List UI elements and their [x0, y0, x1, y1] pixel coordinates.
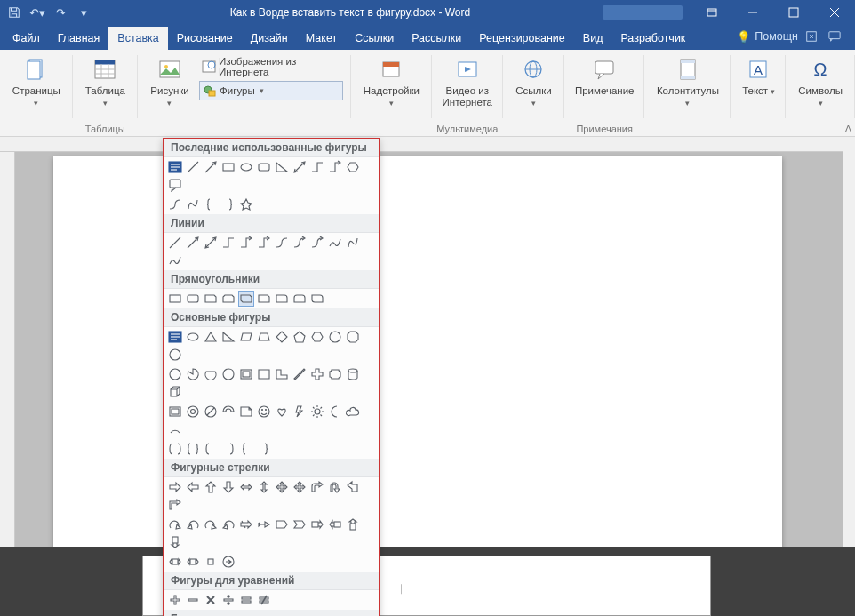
- ribbon-display-icon[interactable]: [691, 0, 732, 25]
- shape-cube[interactable]: [167, 384, 183, 400]
- headerfooter-button[interactable]: Колонтитулы: [650, 52, 725, 111]
- shape-snip1[interactable]: [203, 291, 219, 307]
- shape-dec[interactable]: [167, 347, 183, 363]
- symbols-button[interactable]: Ω Символы: [791, 52, 850, 111]
- shape-ar-call-l[interactable]: [327, 516, 343, 532]
- tab-layout[interactable]: Макет: [297, 27, 346, 50]
- shape-rrect[interactable]: [256, 159, 272, 175]
- shape-dbrace[interactable]: [185, 441, 201, 457]
- shape-curve2[interactable]: [327, 235, 343, 251]
- shape-hept[interactable]: [327, 329, 343, 345]
- shape-rtri[interactable]: [274, 159, 290, 175]
- qat-customize-icon[interactable]: ▾: [75, 4, 92, 21]
- shape-rbrace[interactable]: [220, 196, 236, 212]
- shape-sniprd[interactable]: [256, 291, 272, 307]
- maximize-icon[interactable]: [773, 0, 814, 25]
- shape-eq-eq[interactable]: [238, 592, 254, 608]
- shape-rrect[interactable]: [185, 291, 201, 307]
- shape-elbowAA[interactable]: [256, 235, 272, 251]
- pages-button[interactable]: Страницы: [5, 52, 68, 111]
- shape-ar-curve-r[interactable]: [167, 516, 183, 532]
- shape-ar-up[interactable]: [203, 479, 219, 495]
- shape-curve[interactable]: [167, 196, 183, 212]
- shape-ar-notched[interactable]: [256, 516, 272, 532]
- shape-lbrace[interactable]: [203, 196, 219, 212]
- shape-oval[interactable]: [238, 159, 254, 175]
- tab-view[interactable]: Вид: [574, 27, 612, 50]
- tab-draw[interactable]: Рисование: [168, 27, 242, 50]
- shape-ar-circ[interactable]: [220, 554, 236, 570]
- shape-elbow[interactable]: [220, 235, 236, 251]
- shape-tri[interactable]: [203, 329, 219, 345]
- shape-arc[interactable]: [167, 421, 183, 437]
- shape-dodec[interactable]: [167, 366, 183, 382]
- shape-sun[interactable]: [309, 404, 325, 420]
- shape-tear[interactable]: [220, 366, 236, 382]
- shape-ar-striped[interactable]: [238, 516, 254, 532]
- shape-ar-bent[interactable]: [309, 479, 325, 495]
- shape-snip2d[interactable]: [238, 291, 254, 307]
- tab-mailings[interactable]: Рассылки: [403, 27, 470, 50]
- shape-eq-mult[interactable]: [203, 592, 219, 608]
- shape-lshape[interactable]: [274, 366, 290, 382]
- shape-ar-3[interactable]: [292, 479, 308, 495]
- shape-ar-curve-u[interactable]: [203, 516, 219, 532]
- shape-rect[interactable]: [167, 291, 183, 307]
- tab-file[interactable]: Файл: [4, 27, 49, 50]
- shape-curve-conn[interactable]: [274, 235, 290, 251]
- shape-ar-call-r[interactable]: [309, 516, 325, 532]
- shape-hex[interactable]: [309, 329, 325, 345]
- shape-ar-call-u[interactable]: [345, 516, 361, 532]
- shape-oct[interactable]: [345, 329, 361, 345]
- shape-frame[interactable]: [238, 366, 254, 382]
- text-button[interactable]: A Текст: [736, 52, 780, 100]
- shape-donut[interactable]: [185, 404, 201, 420]
- shape-callout[interactable]: [167, 177, 183, 193]
- addins-button[interactable]: Надстройки: [356, 52, 426, 111]
- shape-ar-call-q[interactable]: [203, 554, 219, 570]
- shape-oval[interactable]: [185, 329, 201, 345]
- shape-heart[interactable]: [274, 404, 290, 420]
- comment-button[interactable]: Примечание: [570, 52, 640, 100]
- shape-line[interactable]: [185, 159, 201, 175]
- shape-lbrace[interactable]: [238, 441, 254, 457]
- shape-eq-div[interactable]: [220, 592, 236, 608]
- shape-block[interactable]: [220, 404, 236, 420]
- shape-eq-plus[interactable]: [167, 592, 183, 608]
- tell-me-label[interactable]: Помощн: [755, 30, 798, 43]
- tab-references[interactable]: Ссылки: [346, 27, 403, 50]
- shapes-button[interactable]: Фигуры▾: [199, 81, 343, 100]
- shape-round1[interactable]: [274, 291, 290, 307]
- shape-cloud[interactable]: [345, 404, 361, 420]
- shape-ar-call-d[interactable]: [167, 534, 183, 550]
- shape-rtri[interactable]: [220, 329, 236, 345]
- shape-free[interactable]: [185, 196, 201, 212]
- shape-fold[interactable]: [238, 404, 254, 420]
- comments-pane-icon[interactable]: [825, 27, 844, 46]
- shape-line-arrow[interactable]: [185, 235, 201, 251]
- shape-ar-curve-d[interactable]: [220, 516, 236, 532]
- shape-snip2s[interactable]: [220, 291, 236, 307]
- shape-line-da[interactable]: [203, 235, 219, 251]
- shape-freeform[interactable]: [345, 235, 361, 251]
- shape-scribble[interactable]: [167, 252, 183, 268]
- table-button[interactable]: Таблица: [78, 52, 132, 111]
- ruler-horizontal[interactable]: [0, 137, 843, 152]
- shape-elbowA[interactable]: [238, 235, 254, 251]
- pictures-button[interactable]: Рисунки: [143, 52, 196, 118]
- account-badge[interactable]: [603, 5, 683, 20]
- minimize-icon[interactable]: [732, 0, 773, 25]
- tab-home[interactable]: Главная: [49, 27, 109, 50]
- shape-bolt[interactable]: [292, 404, 308, 420]
- close-icon[interactable]: [814, 0, 855, 25]
- shape-half[interactable]: [256, 366, 272, 382]
- shape-dbrk[interactable]: [167, 441, 183, 457]
- shape-ar-quad[interactable]: [274, 479, 290, 495]
- shape-trap[interactable]: [256, 329, 272, 345]
- tab-review[interactable]: Рецензирование: [470, 27, 574, 50]
- shape-ar-ud[interactable]: [256, 479, 272, 495]
- shape-ar-chev[interactable]: [292, 516, 308, 532]
- tab-developer[interactable]: Разработчик: [611, 27, 694, 50]
- shape-hex[interactable]: [345, 159, 361, 175]
- undo-icon[interactable]: ↶▾: [28, 4, 46, 21]
